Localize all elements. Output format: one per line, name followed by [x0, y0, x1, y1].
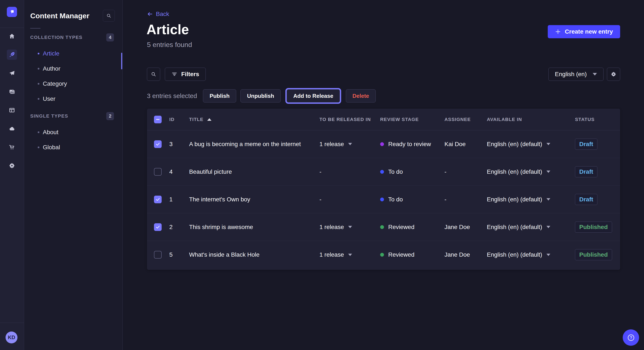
cell-to-be-released-in[interactable]: -: [320, 169, 380, 175]
question-mark-icon: ?: [627, 334, 635, 342]
sidebar-item-about[interactable]: About: [24, 125, 122, 140]
status-badge: Draft: [575, 194, 597, 205]
entries-count: 5 entries found: [147, 41, 192, 49]
marketplace-cart-icon[interactable]: [7, 142, 17, 152]
cell-id: 3: [169, 141, 189, 148]
back-link[interactable]: Back: [147, 11, 169, 17]
filter-icon: [172, 71, 178, 77]
row-checkbox[interactable]: [154, 196, 162, 203]
cell-id: 5: [169, 251, 189, 258]
cell-available-in[interactable]: English (en) (default): [487, 251, 575, 258]
column-header-review-stage[interactable]: REVIEW STAGE: [380, 117, 444, 122]
bullet-icon: [38, 147, 40, 148]
user-avatar[interactable]: KD: [6, 332, 18, 344]
column-header-available-in[interactable]: AVAILABLE IN: [487, 117, 575, 122]
cell-available-in[interactable]: English (en) (default): [487, 196, 575, 203]
cell-review-stage: Reviewed: [380, 251, 444, 258]
cell-assignee: Kai Doe: [444, 141, 487, 148]
single-types-list: About Global: [24, 120, 122, 155]
status-badge: Published: [575, 222, 612, 233]
plus-icon: [555, 29, 561, 35]
cell-status: Draft: [575, 166, 620, 177]
deploy-cloud-icon[interactable]: [7, 124, 17, 134]
table-body: 3 A bug is becoming a meme on the intern…: [147, 130, 620, 269]
cell-status: Draft: [575, 139, 620, 150]
locale-caret-icon: [546, 198, 550, 200]
content-type-builder-icon[interactable]: [7, 105, 17, 115]
review-stage-dot: [380, 197, 384, 201]
view-settings-button[interactable]: [607, 68, 620, 81]
sidebar-item-global[interactable]: Global: [24, 140, 122, 155]
status-badge: Published: [575, 249, 612, 260]
cell-available-in[interactable]: English (en) (default): [487, 169, 575, 175]
row-checkbox[interactable]: [154, 168, 162, 176]
cell-review-stage: To do: [380, 196, 444, 203]
release-caret-icon: [348, 254, 352, 256]
cell-assignee: Jane Doe: [444, 251, 487, 258]
column-header-id[interactable]: ID: [169, 117, 189, 122]
column-header-status[interactable]: STATUS: [575, 117, 620, 122]
table-row[interactable]: 3 A bug is becoming a meme on the intern…: [147, 130, 620, 158]
release-caret-icon: [348, 226, 352, 228]
content-manager-feather-icon[interactable]: [7, 49, 17, 60]
cell-available-in[interactable]: English (en) (default): [487, 224, 575, 230]
selection-count: 3 entries selected: [147, 92, 197, 100]
cell-status: Draft: [575, 194, 620, 205]
locale-select[interactable]: English (en): [548, 68, 604, 81]
sidebar-item-user[interactable]: User: [24, 91, 122, 106]
table-row[interactable]: 1 The internet's Own boy - To do - Engli…: [147, 186, 620, 213]
collection-types-list: Article Author Category User: [24, 42, 122, 106]
release-caret-icon: [348, 143, 352, 145]
cell-id: 1: [169, 196, 189, 203]
rail-bottom-divider: [0, 323, 24, 323]
sidebar-item-article[interactable]: Article: [24, 46, 122, 61]
collection-types-count-badge: 4: [106, 33, 114, 41]
filters-button[interactable]: Filters: [165, 68, 206, 81]
row-checkbox[interactable]: [154, 251, 162, 259]
table-row[interactable]: 4 Beautiful picture - To do - English (e…: [147, 158, 620, 186]
cell-title: This shrimp is awesome: [189, 224, 320, 230]
bullet-icon: [38, 53, 40, 54]
publish-button[interactable]: Publish: [203, 89, 236, 103]
single-types-count-badge: 2: [106, 112, 114, 120]
cell-to-be-released-in[interactable]: 1 release: [320, 251, 380, 258]
table-row[interactable]: 5 What's inside a Black Hole 1 release R…: [147, 241, 620, 269]
subnav-search-button[interactable]: [103, 10, 115, 22]
cell-to-be-released-in[interactable]: 1 release: [320, 224, 380, 230]
row-checkbox[interactable]: [154, 140, 162, 148]
column-header-assignee[interactable]: ASSIGNEE: [444, 117, 487, 122]
sidebar-item-category[interactable]: Category: [24, 76, 122, 91]
sort-asc-icon: [207, 118, 212, 121]
cell-to-be-released-in[interactable]: 1 release: [320, 141, 380, 148]
column-header-title[interactable]: TITLE: [189, 117, 320, 122]
row-checkbox[interactable]: [154, 223, 162, 231]
review-stage-dot: [380, 170, 384, 174]
settings-gear-icon[interactable]: [7, 161, 17, 171]
table-search-button[interactable]: [147, 68, 160, 81]
strapi-logo[interactable]: [7, 7, 17, 17]
rail-divider: [0, 28, 24, 28]
locale-caret-icon: [546, 226, 550, 228]
help-button[interactable]: ?: [623, 329, 639, 346]
column-header-to-be-released-in[interactable]: TO BE RELEASED IN: [320, 117, 380, 122]
table-row[interactable]: 2 This shrimp is awesome 1 release Revie…: [147, 213, 620, 241]
sidebar-item-author[interactable]: Author: [24, 61, 122, 76]
review-stage-dot: [380, 225, 384, 229]
home-icon[interactable]: [7, 31, 17, 41]
add-to-release-button[interactable]: Add to Release: [287, 89, 340, 103]
cell-assignee: Jane Doe: [444, 224, 487, 230]
unpublish-button[interactable]: Unpublish: [240, 89, 281, 103]
delete-button[interactable]: Delete: [346, 89, 376, 103]
cell-available-in[interactable]: English (en) (default): [487, 141, 575, 148]
status-badge: Draft: [575, 139, 597, 150]
page-title: Article: [146, 22, 189, 37]
cell-title: Beautiful picture: [189, 169, 320, 175]
status-badge: Draft: [575, 166, 597, 177]
select-all-checkbox[interactable]: [154, 116, 162, 123]
cell-status: Published: [575, 249, 620, 260]
releases-paper-plane-icon[interactable]: [7, 68, 17, 78]
media-library-icon[interactable]: [7, 87, 17, 97]
cell-to-be-released-in[interactable]: -: [320, 196, 380, 203]
cell-assignee: -: [444, 169, 487, 175]
create-new-entry-button[interactable]: Create new entry: [548, 25, 620, 38]
